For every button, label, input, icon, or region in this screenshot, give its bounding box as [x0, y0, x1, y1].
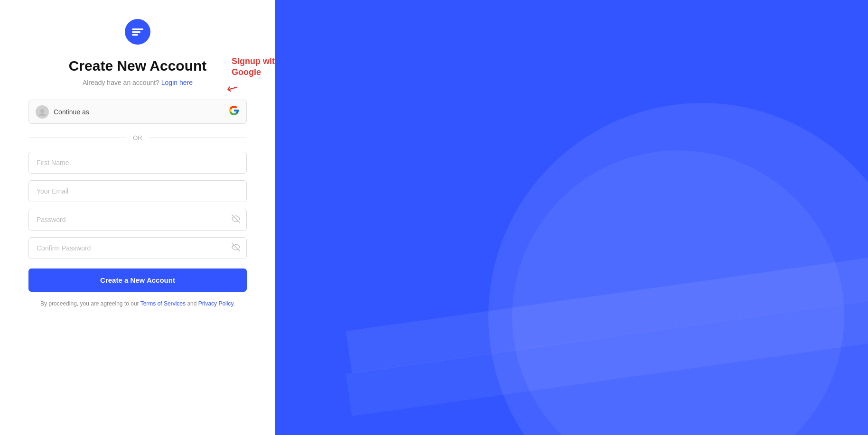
or-text: OR [133, 134, 142, 141]
or-divider: OR [28, 134, 247, 141]
email-group [28, 180, 247, 202]
terms-prefix: By proceeding, you are agreeing to our [40, 300, 139, 307]
annotation-text: Signup withGoogle [232, 56, 275, 78]
terms-text: By proceeding, you are agreeing to our T… [40, 299, 235, 308]
already-have-account-text: Already have an account? [83, 79, 159, 86]
google-g-icon [228, 105, 240, 119]
svg-rect-0 [132, 28, 143, 30]
email-input[interactable] [28, 180, 247, 202]
page-title: Create New Account [69, 58, 207, 74]
divider-line-right [149, 138, 247, 138]
right-panel [275, 0, 868, 435]
login-prompt: Already have an account? Login here [83, 79, 193, 86]
login-here-link[interactable]: Login here [161, 79, 193, 86]
terms-and: and [187, 300, 196, 307]
confirm-password-input[interactable] [28, 237, 247, 259]
google-signin-button[interactable]: Continue as [28, 100, 247, 124]
left-panel: Create New Account Already have an accou… [0, 0, 275, 435]
confirm-password-eye-icon[interactable] [232, 243, 240, 253]
first-name-group [28, 152, 247, 174]
privacy-policy-link[interactable]: Privacy Policy [198, 300, 233, 307]
password-group [28, 209, 247, 231]
password-input[interactable] [28, 209, 247, 231]
annotation-container: Signup withGoogle ↙ [227, 56, 275, 96]
create-account-button[interactable]: Create a New Account [28, 268, 247, 292]
confirm-password-group [28, 237, 247, 259]
terms-suffix: . [233, 300, 235, 307]
google-btn-left: Continue as [36, 105, 89, 119]
svg-rect-2 [132, 34, 138, 36]
app-logo [125, 19, 150, 45]
first-name-input[interactable] [28, 152, 247, 174]
svg-point-3 [40, 109, 44, 113]
continue-text: Continue as [54, 108, 89, 116]
divider-line-left [28, 138, 126, 138]
svg-rect-1 [132, 31, 140, 33]
password-eye-icon[interactable] [232, 214, 240, 225]
terms-of-service-link[interactable]: Terms of Services [140, 300, 186, 307]
svg-point-4 [39, 113, 46, 116]
google-avatar [36, 105, 49, 119]
confirm-password-wrapper [28, 237, 247, 259]
annotation-arrow-icon: ↙ [224, 78, 241, 97]
password-wrapper [28, 209, 247, 231]
